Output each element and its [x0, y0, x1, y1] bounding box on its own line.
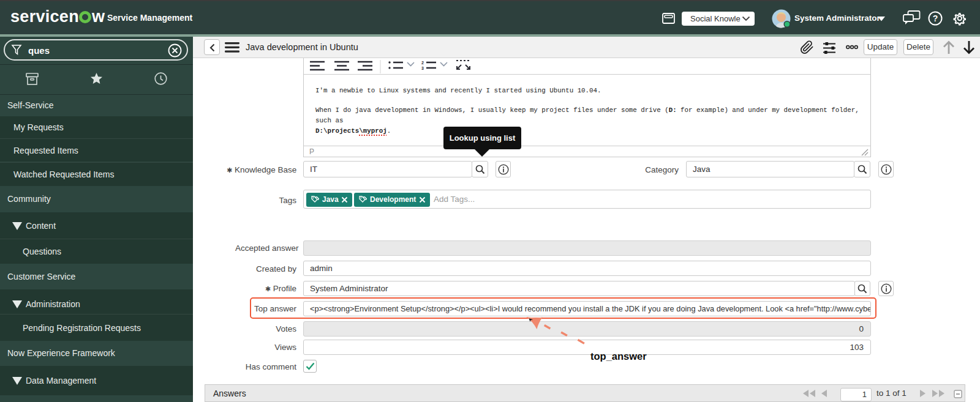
svg-text:3: 3 [421, 66, 424, 70]
svg-text:?: ? [933, 13, 938, 23]
svg-text:2: 2 [421, 61, 424, 65]
